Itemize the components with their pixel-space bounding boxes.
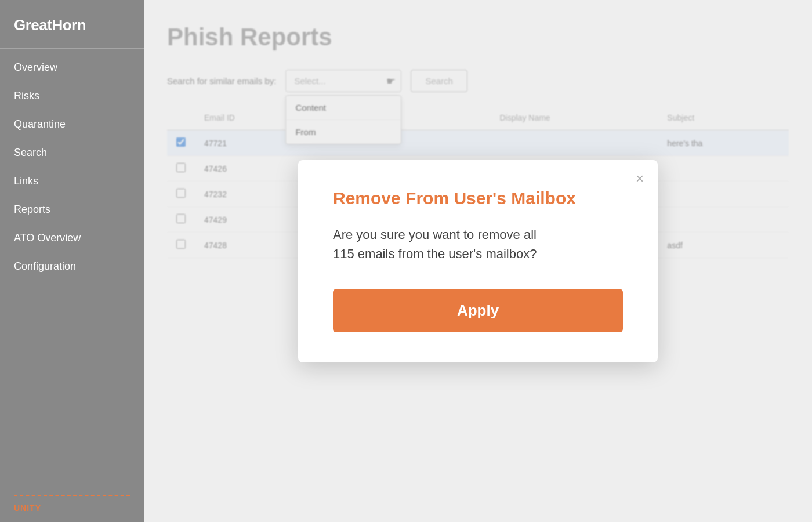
apply-button[interactable]: Apply bbox=[333, 289, 623, 332]
confirm-modal: × Remove From User's Mailbox Are you sur… bbox=[298, 160, 658, 362]
main-content-area: Phish Reports Search for similar emails … bbox=[144, 0, 812, 522]
sidebar-logo: GreatHorn bbox=[0, 0, 144, 48]
sidebar-item-label: Search bbox=[14, 147, 47, 158]
sidebar-item-quarantine[interactable]: Quarantine bbox=[0, 110, 144, 139]
sidebar-item-risks[interactable]: Risks bbox=[0, 82, 144, 110]
sidebar-item-configuration[interactable]: Configuration bbox=[0, 252, 144, 281]
sidebar-item-label: Reports bbox=[14, 204, 50, 215]
sidebar-item-ato-overview[interactable]: ATO Overview bbox=[0, 224, 144, 252]
sidebar-item-label: ATO Overview bbox=[14, 232, 81, 244]
sidebar-item-overview[interactable]: Overview bbox=[0, 53, 144, 82]
modal-close-button[interactable]: × bbox=[636, 172, 644, 186]
sidebar-bottom: UNITY bbox=[0, 486, 144, 522]
sidebar-item-label: Quarantine bbox=[14, 118, 66, 130]
modal-title: Remove From User's Mailbox bbox=[333, 188, 623, 209]
sidebar-item-links[interactable]: Links bbox=[0, 167, 144, 195]
modal-body: Are you sure you want to remove all 115 … bbox=[333, 225, 623, 263]
sidebar-item-label: Links bbox=[14, 175, 38, 187]
sidebar-item-label: Configuration bbox=[14, 260, 76, 272]
sidebar-item-label: Overview bbox=[14, 61, 57, 73]
modal-body-line1: Are you sure you want to remove all bbox=[333, 227, 536, 242]
sidebar: GreatHorn Overview Risks Quarantine Sear… bbox=[0, 0, 144, 522]
sidebar-divider bbox=[0, 48, 144, 49]
sidebar-item-search[interactable]: Search bbox=[0, 139, 144, 167]
modal-body-line2: 115 emails from the user's mailbox? bbox=[333, 246, 536, 261]
unity-label: UNITY bbox=[14, 495, 130, 513]
sidebar-item-label: Risks bbox=[14, 90, 39, 102]
modal-overlay: × Remove From User's Mailbox Are you sur… bbox=[144, 0, 812, 522]
sidebar-item-reports[interactable]: Reports bbox=[0, 195, 144, 224]
